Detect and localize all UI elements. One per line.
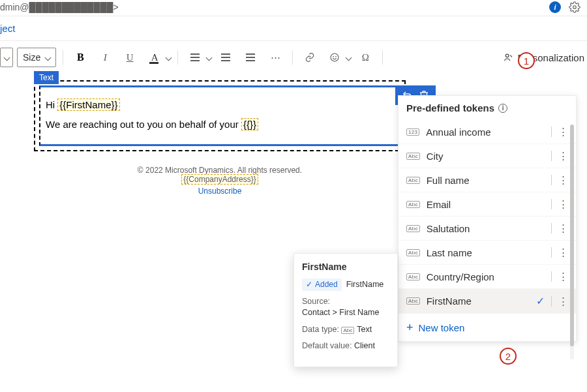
numbered-list-button[interactable] (240, 48, 261, 67)
token-label: Last name (427, 247, 472, 258)
source-label: Source: (302, 297, 330, 306)
link-button[interactable] (299, 48, 320, 67)
token-company-address[interactable]: {{CompanyAddress}} (181, 174, 258, 185)
panel-title-text: Pre-defined tokens (406, 102, 494, 113)
datatype-value: Text (357, 325, 372, 334)
row-actions: ✓⋮ (536, 295, 568, 307)
token-label: Salutation (427, 223, 470, 234)
more-icon[interactable]: ⋮ (558, 222, 568, 234)
subject-input[interactable]: ject (0, 23, 15, 34)
subject-row[interactable]: ject (0, 16, 587, 41)
row-actions: ⋮ (551, 247, 568, 258)
scrollbar[interactable] (570, 125, 574, 359)
bold-button[interactable]: B (70, 48, 91, 67)
detail-title: FirstName (302, 262, 389, 272)
text-block-content[interactable]: Hi {{FirstName}} We are reaching out to … (39, 85, 400, 146)
personalization-button[interactable]: Personalization (503, 52, 584, 63)
more-icon[interactable]: ⋮ (558, 126, 568, 138)
row-actions: ⋮ (551, 222, 568, 234)
separator (292, 50, 293, 65)
token-row-salutation[interactable]: Abc Salutation ⋮ (399, 217, 576, 241)
bullet-list-button[interactable] (215, 48, 236, 67)
token-row-annual-income[interactable]: 123 Annual income ⋮ (399, 120, 576, 144)
header-actions: i (549, 1, 580, 13)
detail-source: Source: Contact > First Name (302, 296, 389, 319)
token-label: Country/Region (427, 271, 494, 282)
underline-button[interactable]: U (119, 48, 140, 67)
token-label: Annual income (426, 127, 490, 138)
check-icon: ✓ (306, 279, 312, 290)
body-line-1[interactable]: Hi {{FirstName}} (46, 97, 394, 113)
default-value: Client (354, 341, 375, 350)
detail-added: ✓Added FirstName (302, 279, 389, 291)
font-size-label: Size (23, 52, 40, 63)
text-type-icon: Abc (341, 327, 354, 334)
unsubscribe-link[interactable]: Unsubscribe (34, 187, 406, 196)
chevron-down-icon[interactable] (206, 54, 213, 61)
token-row-last-name[interactable]: Abc Last name ⋮ (399, 241, 576, 265)
panel-title: Pre-defined tokens i (406, 102, 568, 113)
more-icon[interactable]: ⋮ (558, 271, 568, 282)
align-button[interactable] (185, 48, 205, 67)
text-type-icon: Abc (406, 201, 420, 208)
svg-point-2 (333, 56, 334, 57)
person-icon (503, 52, 513, 63)
token-empty[interactable]: {{}} (241, 118, 258, 130)
token-row-email[interactable]: Abc Email ⋮ (399, 192, 576, 217)
body-line-2[interactable]: We are reaching out to you on behalf of … (46, 116, 394, 133)
bullet-list-icon (221, 53, 230, 61)
more-icon[interactable]: ⋮ (558, 295, 568, 307)
row-actions: ⋮ (551, 174, 568, 186)
row-actions: ⋮ (551, 126, 568, 138)
row-actions: ⋮ (551, 198, 568, 210)
more-icon[interactable]: ⋮ (558, 174, 568, 186)
callout-1: 1 (518, 52, 535, 69)
info-icon[interactable]: i (498, 104, 507, 113)
svg-line-5 (511, 55, 513, 57)
gear-icon[interactable] (569, 1, 580, 13)
more-icon[interactable]: ⋮ (558, 198, 568, 210)
token-label: Email (427, 199, 451, 210)
numbered-list-icon (246, 53, 255, 61)
scrollbar-thumb[interactable] (570, 125, 574, 346)
font-size-select[interactable]: Size (17, 48, 56, 67)
separator (382, 50, 383, 65)
link-icon (305, 52, 315, 63)
more-icon[interactable]: ⋮ (558, 150, 568, 162)
token-row-full-name[interactable]: Abc Full name ⋮ (399, 168, 576, 192)
number-type-icon: 123 (406, 128, 419, 136)
more-button[interactable]: ⋯ (265, 48, 286, 67)
token-firstname[interactable]: {{FirstName}} (57, 98, 119, 111)
added-badge: ✓Added (302, 279, 342, 291)
text-segment: Hi (46, 99, 57, 110)
copyright-text: © 2022 Microsoft Dynamics. All rights re… (34, 166, 406, 175)
svg-point-3 (336, 56, 337, 57)
from-email: dmin@█████████████> (0, 2, 119, 12)
italic-button[interactable]: I (95, 48, 115, 67)
row-actions: ⋮ (551, 150, 568, 162)
chevron-down-icon[interactable] (346, 54, 352, 61)
new-token-button[interactable]: + New token (399, 314, 576, 336)
token-row-firstname[interactable]: Abc FirstName ✓⋮ (399, 289, 576, 314)
text-block-outer[interactable]: Text Hi {{FirstName}} We are reaching ou… (34, 80, 406, 151)
default-label: Default value: (302, 341, 352, 350)
font-family-select[interactable] (0, 48, 13, 67)
chevron-down-icon[interactable] (166, 54, 172, 61)
token-row-city[interactable]: Abc City ⋮ (399, 144, 576, 168)
predefined-tokens-panel: Pre-defined tokens i 123 Annual income ⋮… (398, 95, 577, 342)
emoji-button[interactable] (324, 48, 345, 67)
more-icon[interactable]: ⋮ (558, 247, 568, 258)
font-color-button[interactable]: A (144, 48, 165, 67)
emoji-icon (329, 52, 340, 63)
omega-button[interactable]: Ω (355, 48, 376, 67)
plus-icon: + (406, 322, 414, 333)
callout-2: 2 (500, 348, 517, 365)
token-row-country-region[interactable]: Abc Country/Region ⋮ (399, 265, 576, 289)
svg-point-4 (506, 54, 509, 57)
source-value: Contact > First Name (302, 308, 379, 317)
info-icon[interactable]: i (549, 1, 561, 13)
chevron-down-icon (45, 54, 52, 61)
detail-added-value: FirstName (346, 280, 384, 289)
token-label: City (427, 151, 444, 162)
text-type-icon: Abc (406, 177, 420, 184)
